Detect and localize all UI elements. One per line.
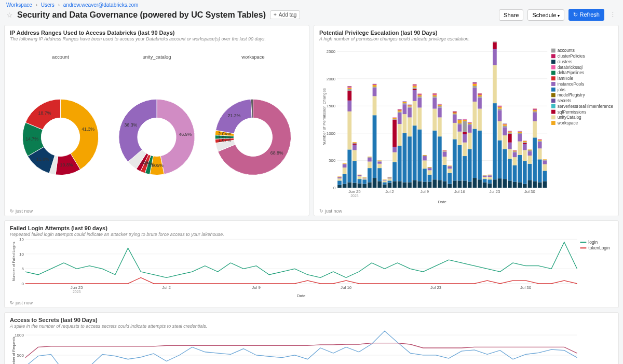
svg-rect-236: [463, 119, 467, 120]
svg-rect-322: [513, 152, 517, 157]
favorite-star-icon[interactable]: ☆: [6, 11, 13, 19]
svg-rect-186: [432, 93, 437, 94]
svg-rect-301: [503, 149, 507, 179]
svg-rect-183: [432, 94, 437, 95]
svg-rect-41: [343, 164, 347, 167]
svg-rect-134: [402, 101, 407, 102]
svg-rect-49: [347, 89, 351, 91]
svg-rect-403: [551, 110, 556, 114]
svg-rect-252: [472, 84, 477, 86]
svg-rect-195: [438, 104, 442, 105]
refresh-button[interactable]: ↻ Refresh: [568, 9, 604, 21]
svg-rect-331: [518, 132, 522, 133]
svg-rect-299: [498, 106, 502, 106]
svg-rect-364: [538, 140, 542, 141]
svg-rect-225: [458, 120, 462, 120]
svg-rect-342: [523, 141, 527, 142]
svg-text:unity_catalog: unity_catalog: [143, 54, 171, 60]
svg-rect-74: [368, 182, 372, 188]
svg-rect-42: [343, 164, 347, 164]
svg-rect-395: [551, 88, 556, 92]
secrets-line-chart: 05001000Number of RequestsJun 252023Jul …: [10, 329, 613, 364]
svg-text:accounts: accounts: [558, 48, 575, 53]
svg-text:clusterPolicies: clusterPolicies: [558, 53, 585, 59]
svg-rect-332: [518, 132, 522, 132]
svg-text:Jul 2: Jul 2: [162, 285, 171, 290]
share-button[interactable]: Share: [499, 9, 523, 21]
svg-rect-156: [417, 130, 422, 181]
card-subtitle: A high number of permission changes coul…: [319, 36, 613, 41]
svg-rect-360: [538, 159, 542, 182]
svg-rect-247: [472, 178, 477, 188]
svg-rect-346: [528, 151, 532, 156]
svg-text:Jun 25: Jun 25: [348, 189, 361, 194]
ip-donut-chart: account41.3%10.8%11.8%14.7%18.7%unity_ca…: [10, 41, 304, 207]
svg-rect-87: [373, 84, 377, 85]
svg-rect-210: [453, 139, 457, 180]
svg-rect-196: [443, 181, 447, 188]
svg-rect-213: [453, 114, 457, 115]
breadcrumb-users[interactable]: Users: [41, 2, 55, 8]
svg-rect-272: [483, 175, 487, 176]
card-privilege-escalation: Potential Privilege Escalation (last 90 …: [314, 25, 619, 216]
svg-rect-218: [453, 111, 457, 111]
svg-rect-59: [353, 144, 357, 145]
svg-rect-81: [373, 115, 377, 178]
svg-rect-172: [428, 175, 432, 182]
svg-rect-274: [487, 179, 492, 183]
svg-rect-251: [472, 86, 477, 88]
svg-rect-333: [518, 131, 522, 132]
svg-rect-312: [508, 143, 512, 149]
svg-rect-281: [493, 65, 497, 104]
svg-rect-347: [528, 150, 532, 151]
svg-rect-277: [487, 175, 492, 176]
svg-rect-349: [533, 181, 537, 188]
svg-rect-316: [508, 131, 512, 132]
svg-rect-175: [428, 167, 432, 168]
svg-text:Jul 16: Jul 16: [341, 285, 352, 290]
svg-rect-355: [533, 109, 537, 110]
breadcrumb-workspace[interactable]: Workspace: [6, 2, 32, 8]
svg-rect-72: [362, 178, 367, 178]
svg-rect-229: [463, 156, 467, 180]
svg-rect-323: [513, 151, 517, 152]
schedule-button[interactable]: Schedule ▾: [527, 9, 564, 21]
svg-text:1000: 1000: [15, 333, 24, 338]
svg-rect-191: [438, 106, 442, 108]
svg-rect-298: [498, 106, 502, 106]
breadcrumb-user-email[interactable]: andrew.weaver@databricks.com: [63, 2, 139, 8]
svg-rect-125: [398, 109, 402, 109]
svg-text:14.7%: 14.7%: [25, 136, 38, 142]
privilege-stacked-bar-chart: 05001000150020002500Number of Permission…: [319, 41, 613, 207]
svg-rect-214: [453, 113, 457, 114]
svg-rect-366: [538, 139, 542, 139]
svg-rect-302: [503, 135, 507, 149]
card-failed-login: Failed Login Attempts (last 90 days) Rep…: [4, 220, 619, 308]
svg-rect-339: [523, 143, 527, 144]
more-menu-icon[interactable]: ⋮: [608, 11, 617, 18]
svg-rect-238: [468, 181, 472, 188]
add-tag-button[interactable]: +Add tag: [270, 10, 300, 19]
svg-rect-319: [513, 181, 517, 188]
svg-rect-292: [498, 121, 502, 141]
svg-rect-294: [498, 109, 502, 110]
svg-rect-119: [398, 113, 402, 124]
svg-rect-190: [438, 107, 442, 117]
svg-text:46.9%: 46.9%: [179, 132, 192, 137]
svg-rect-47: [347, 101, 351, 111]
svg-rect-383: [551, 54, 556, 58]
svg-rect-222: [458, 124, 462, 132]
svg-rect-235: [463, 120, 467, 120]
svg-rect-336: [523, 161, 527, 184]
card-title: Access to Secrets (last 90 Days): [10, 317, 613, 323]
svg-rect-73: [362, 177, 367, 178]
svg-rect-148: [413, 89, 417, 90]
svg-rect-313: [508, 134, 512, 143]
svg-rect-53: [347, 87, 351, 87]
svg-rect-136: [408, 136, 412, 182]
svg-text:modelRegistry: modelRegistry: [558, 92, 586, 97]
svg-rect-176: [428, 167, 432, 167]
svg-rect-204: [448, 173, 452, 184]
svg-rect-37: [337, 176, 342, 177]
svg-text:secrets: secrets: [558, 98, 572, 103]
